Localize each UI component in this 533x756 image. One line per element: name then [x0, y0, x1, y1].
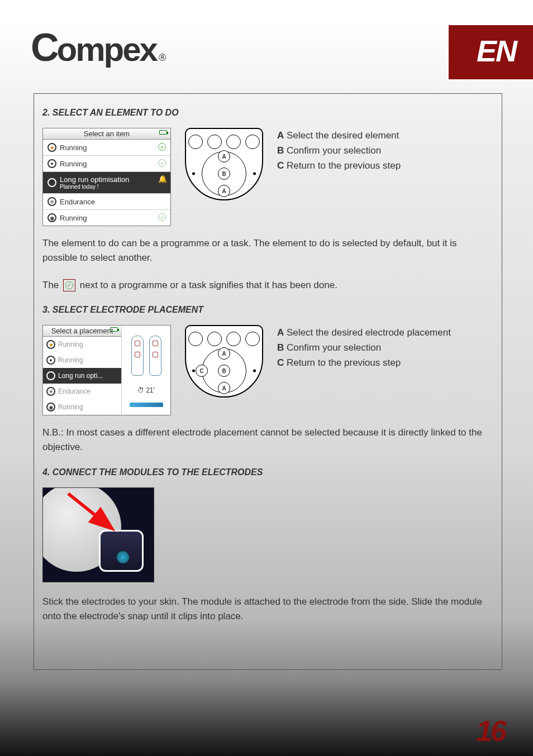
device-top-button — [188, 135, 203, 149]
section-2: 2. SELECT AN ELEMENT TO DO Select an ite… — [42, 108, 493, 293]
screen-title: Select a placement — [51, 327, 113, 335]
battery-icon — [110, 327, 118, 332]
logo-rest: ompex — [57, 30, 156, 69]
device-top-button — [188, 332, 203, 346]
content-frame: 2. SELECT AN ELEMENT TO DO Select an ite… — [34, 93, 502, 670]
item-label: Running — [60, 143, 166, 152]
select-placement-screen: Select a placement Running Running Long … — [42, 325, 171, 415]
legend-b: Confirm your selection — [287, 145, 381, 156]
section-4-title: 4. CONNECT THE MODULES TO THE ELECTRODES — [42, 467, 493, 477]
screen-title: Select an item — [84, 130, 130, 138]
item-sublabel: Planned today ! — [60, 184, 166, 190]
svg-line-1 — [68, 494, 110, 527]
check-icon: ✓ — [158, 213, 166, 221]
gear-icon — [46, 387, 55, 396]
ring-icon — [47, 213, 56, 222]
module-connection-image — [42, 487, 154, 582]
wave-graphic — [130, 403, 163, 407]
page-number: 16 — [476, 714, 505, 748]
dial-top-a: A — [218, 347, 230, 360]
section-2-para2: The ✓ next to a programme or a task sign… — [42, 278, 493, 293]
list-item: Running ✓ — [43, 140, 170, 156]
section-2-para1: The element to do can be a programme or … — [42, 236, 493, 266]
dial-bottom-a: A — [218, 382, 230, 394]
gear-icon — [47, 178, 56, 187]
item-label: Running — [58, 341, 83, 348]
list-item-selected: Long run optimisation Planned today ! 🔔 — [43, 172, 170, 194]
legend-block: A Select the desired element B Confirm y… — [277, 128, 401, 174]
timer-row: ⏱ 21' — [137, 386, 155, 394]
brand-logo: C ompex ® — [31, 25, 166, 70]
check-icon: ✓ — [158, 159, 166, 167]
section-2-title: 2. SELECT AN ELEMENT TO DO — [42, 108, 493, 118]
logo-c: C — [31, 25, 57, 70]
legend-c: Return to the previous step — [287, 160, 401, 171]
snap-connector — [117, 551, 129, 563]
device-diagram: B A A C — [185, 325, 263, 398]
item-label: Running — [60, 160, 166, 168]
list-item: Running ✓ — [43, 210, 170, 226]
screen-titlebar: Select an item — [43, 128, 170, 140]
legend-c: Return to the previous step — [287, 357, 401, 368]
section-4-para: Stick the electrodes to your skin. The m… — [42, 595, 493, 624]
legend-b: Confirm your selection — [287, 342, 381, 353]
battery-icon — [159, 130, 167, 135]
item-label: Running — [58, 403, 83, 411]
device-top-button — [207, 332, 222, 346]
side-dot — [253, 173, 256, 175]
bell-icon: 🔔 — [158, 175, 167, 183]
section-3: 3. SELECT ELECTRODE PLACEMENT Select a p… — [42, 305, 493, 455]
dial-left-c: C — [196, 365, 208, 377]
list-item: Endurance — [43, 194, 170, 210]
stopwatch-icon: ⏱ — [137, 386, 144, 394]
gear-icon — [47, 197, 56, 206]
item-label: Running — [60, 214, 166, 222]
legend-a: Select the desired electrode placement — [287, 327, 451, 338]
legend-a: Select the desired element — [287, 130, 399, 141]
section-4: 4. CONNECT THE MODULES TO THE ELECTRODES… — [42, 467, 493, 624]
list-item: Endurance — [43, 384, 121, 399]
list-item: Running — [43, 399, 121, 415]
legs-diagram — [127, 333, 166, 378]
item-label: Endurance — [60, 198, 166, 206]
device-diagram: B A A — [185, 128, 263, 200]
dot-icon — [46, 356, 55, 365]
item-label: Long run opti... — [58, 372, 103, 380]
list-item-selected: Long run opti... — [43, 368, 121, 384]
inline-check-icon: ✓ — [63, 279, 75, 291]
page-header: C ompex ® EN — [0, 0, 533, 79]
side-dot — [192, 370, 195, 372]
check-icon: ✓ — [158, 143, 166, 151]
ring-icon — [46, 403, 55, 412]
select-item-screen: Select an item Running ✓ Running ✓ Long — [42, 128, 171, 226]
dial-center-b: B — [218, 168, 230, 180]
language-badge: EN — [449, 25, 533, 79]
item-label: Endurance — [58, 387, 91, 395]
dial-bottom-a: A — [218, 185, 230, 197]
registered-mark: ® — [159, 52, 166, 64]
device-top-button — [207, 135, 222, 149]
device-top-button — [245, 332, 260, 346]
dial-center-b: B — [218, 365, 230, 377]
list-item: Running — [43, 352, 121, 368]
device-top-button — [226, 332, 241, 346]
module-outline — [99, 530, 144, 572]
timer-value: 21' — [146, 386, 155, 394]
device-top-button — [226, 135, 241, 149]
screen-titlebar: Select a placement — [43, 326, 121, 337]
legend-block: A Select the desired electrode placement… — [277, 325, 451, 371]
list-item: Running ✓ — [43, 156, 170, 172]
dial-top-a: A — [218, 150, 230, 162]
section-3-note: N.B.: In most cases a different electrod… — [42, 425, 493, 455]
section-3-title: 3. SELECT ELECTRODE PLACEMENT — [42, 305, 493, 315]
side-dot — [253, 370, 256, 372]
item-label: Long run optimisation Planned today ! — [60, 175, 166, 190]
device-top-button — [245, 135, 260, 149]
red-arrow-icon — [63, 491, 118, 535]
star-icon — [47, 143, 56, 152]
gear-icon — [46, 371, 55, 380]
list-item: Running — [43, 337, 121, 352]
side-dot — [192, 173, 195, 175]
dot-icon — [47, 159, 56, 168]
item-label: Running — [58, 356, 83, 364]
